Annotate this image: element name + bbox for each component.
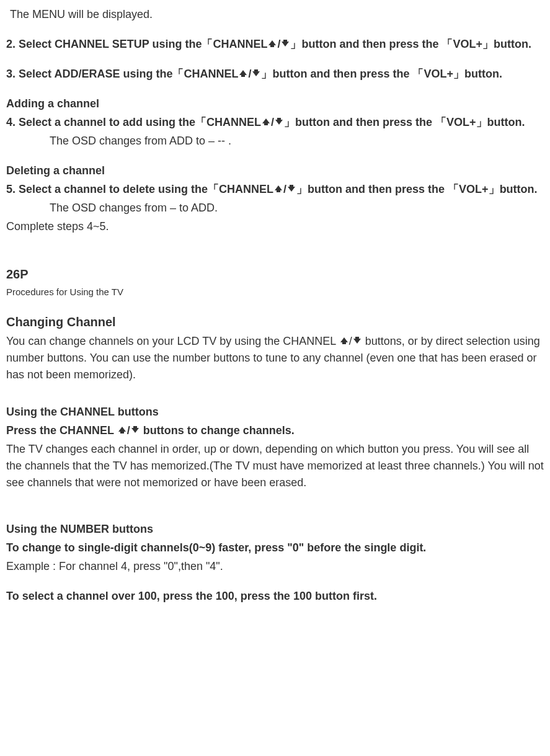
- step-5-sub: The OSD changes from – to ADD.: [50, 200, 544, 216]
- using-channel-bold-b: buttons to change channels.: [140, 424, 295, 437]
- step-4: 4. Select a channel to add using the「CHA…: [6, 114, 544, 131]
- step-4-sub: The OSD changes from ADD to – -- .: [50, 133, 544, 149]
- using-channel-bold-a: Press the CHANNEL: [6, 424, 117, 437]
- step-3: 3. Select ADD/ERASE using the「CHANNEL/」b…: [6, 66, 544, 82]
- arrow-up-icon: [238, 69, 248, 78]
- arrow-up-icon: [117, 425, 127, 434]
- step-3-text-a: 3. Select ADD/ERASE using the「CHANNEL: [6, 68, 238, 80]
- step-4-text-a: 4. Select a channel to add using the「CHA…: [6, 116, 261, 128]
- using-number-bold-2: To select a channel over 100, press the …: [6, 588, 544, 605]
- arrow-down-icon: [251, 69, 261, 78]
- step-5: 5. Select a channel to delete using the「…: [6, 181, 544, 198]
- step-2: 2. Select CHANNEL SETUP using the「CHANNE…: [6, 36, 544, 53]
- step-2-text-b: 」button and then press the 「VOL+」button.: [290, 38, 531, 50]
- arrow-up-icon: [261, 117, 271, 126]
- using-number-buttons-heading: Using the NUMBER buttons: [6, 521, 544, 538]
- using-channel-buttons-heading: Using the CHANNEL buttons: [6, 404, 544, 420]
- changing-channel-paragraph: You can change channels on your LCD TV b…: [6, 333, 544, 383]
- arrow-down-icon: [352, 336, 362, 345]
- changing-p1-a: You can change channels on your LCD TV b…: [6, 335, 339, 347]
- arrow-up-icon: [339, 336, 349, 345]
- using-channel-paragraph: The TV changes each channel in order, up…: [6, 441, 544, 491]
- page-number: 26P: [6, 265, 544, 283]
- arrow-down-icon: [274, 117, 284, 126]
- menu-displayed-text: The MENU will be displayed.: [10, 6, 544, 23]
- arrow-up-icon: [273, 184, 283, 193]
- using-channel-bold: Press the CHANNEL / buttons to change ch…: [6, 422, 544, 439]
- step-5-text-a: 5. Select a channel to delete using the「…: [6, 183, 273, 195]
- using-number-example: Example : For channel 4, press "0",then …: [6, 558, 544, 575]
- procedures-subtitle: Procedures for Using the TV: [6, 285, 544, 300]
- step-5-text-b: 」button and then press the 「VOL+」button.: [296, 183, 538, 195]
- step-4-text-b: 」button and then press the 「VOL+」button.: [284, 116, 525, 128]
- arrow-down-icon: [130, 425, 140, 434]
- step-2-text-a: 2. Select CHANNEL SETUP using the「CHANNE…: [6, 38, 267, 50]
- step-3-text-b: 」button and then press the 「VOL+」button.: [261, 68, 502, 80]
- adding-channel-heading: Adding a channel: [6, 96, 544, 112]
- arrow-up-icon: [267, 39, 277, 48]
- arrow-down-icon: [280, 39, 290, 48]
- using-number-bold-1: To change to single-digit channels(0~9) …: [6, 540, 544, 556]
- changing-channel-heading: Changing Channel: [6, 313, 544, 331]
- deleting-channel-heading: Deleting a channel: [6, 162, 544, 179]
- arrow-down-icon: [286, 184, 296, 193]
- complete-text: Complete steps 4~5.: [6, 218, 544, 235]
